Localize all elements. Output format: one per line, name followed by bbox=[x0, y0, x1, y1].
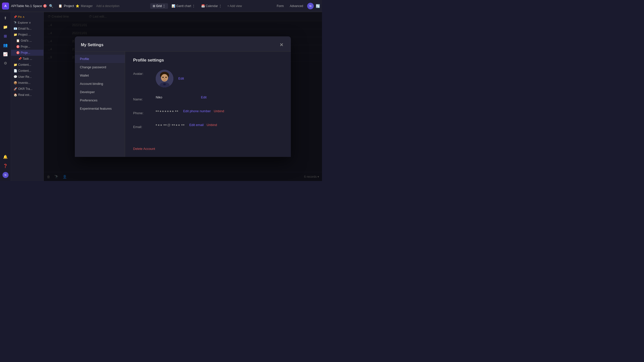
name-edit-button[interactable]: Edit bbox=[201, 95, 206, 99]
view-calendar[interactable]: 📅 Calendar ⋮ bbox=[199, 3, 224, 9]
settings-nav-preferences[interactable]: Preferences bbox=[75, 96, 125, 104]
view-grid[interactable]: ⊞ Grid ⋮ bbox=[150, 3, 168, 9]
nav-item-proje1[interactable]: 🎯 Proje... bbox=[11, 44, 43, 50]
avatar-value-area: Edit bbox=[156, 70, 283, 87]
settings-nav-experimental[interactable]: Experimental features bbox=[75, 104, 125, 113]
search-icon[interactable]: 🔍 bbox=[49, 4, 53, 8]
modal-close-button[interactable]: ✕ bbox=[278, 41, 285, 48]
settings-nav-wallet[interactable]: Wallet bbox=[75, 71, 125, 80]
advanced-button[interactable]: Advanced bbox=[288, 3, 305, 9]
avatar-image bbox=[156, 70, 173, 87]
settings-nav-account-binding[interactable]: Account binding bbox=[75, 80, 125, 88]
settings-content-title: Profile settings bbox=[133, 58, 283, 63]
nav-item-email[interactable]: 📧 Email fu... bbox=[11, 26, 43, 32]
profile-field-avatar: Avatar: bbox=[133, 70, 283, 87]
settings-modal: My Settings ✕ Profile Change password Wa… bbox=[75, 36, 291, 157]
sidebar-icon-notifications[interactable]: 🔔 bbox=[2, 153, 10, 161]
name-actions: Edit bbox=[201, 95, 206, 99]
phone-label: Phone: bbox=[133, 109, 156, 115]
settings-nav-developer[interactable]: Developer bbox=[75, 88, 125, 96]
phone-masked-value: ●●●●●● bbox=[156, 109, 178, 113]
delete-account-button[interactable]: Delete Account bbox=[133, 147, 155, 151]
nav-item-pin[interactable]: 📌 Pin ∧ bbox=[11, 14, 43, 20]
form-button[interactable]: Form bbox=[275, 3, 286, 9]
nav-item-user[interactable]: 💬 User Re... bbox=[11, 74, 43, 80]
topbar: A APITable No.1 Space 🎯 🔍 📋 Project ⭐ Ma… bbox=[0, 0, 322, 12]
add-view-button[interactable]: + Add view bbox=[225, 3, 244, 9]
modal-body: Profile Change password Wallet Account b… bbox=[75, 52, 291, 157]
topbar-left: A APITable No.1 Space 🎯 🔍 bbox=[2, 3, 53, 10]
sidebar-icon-activity[interactable]: 📈 bbox=[2, 50, 10, 58]
name-value-area: Niko Edit bbox=[156, 95, 283, 99]
svg-point-3 bbox=[163, 77, 164, 78]
nav-item-content1[interactable]: 📁 Content... bbox=[11, 62, 43, 68]
avatar-edit-button[interactable]: Edit bbox=[178, 77, 184, 80]
phone-actions: Edit phone number Unbind bbox=[183, 109, 224, 113]
nav-item-content2[interactable]: 📄 Content... bbox=[11, 68, 43, 74]
sidebar-icon-grid[interactable]: ⊞ bbox=[2, 32, 10, 40]
profile-field-phone: Phone: ●●●●●● bbox=[133, 109, 283, 115]
settings-sidebar: Profile Change password Wallet Account b… bbox=[75, 52, 125, 157]
notifications-icon[interactable]: 🔄 bbox=[316, 4, 320, 8]
project-name: Project bbox=[64, 4, 74, 8]
svg-rect-7 bbox=[163, 83, 166, 85]
user-avatar-top[interactable]: N bbox=[307, 3, 314, 9]
settings-content: Profile settings Avatar: bbox=[125, 52, 291, 157]
nav-item-project-folder[interactable]: 📁 Project ... bbox=[11, 32, 43, 38]
nav-item-real[interactable]: 🏠 Real est... bbox=[11, 92, 43, 98]
avatar-label: Avatar: bbox=[133, 70, 156, 76]
sidebar-icon-team[interactable]: 👥 bbox=[2, 41, 10, 49]
main-layout: ⬆ 📁 ⊞ 👥 📈 ⚙ 🔔 ❓ N 📌 Pin ∧ 🔭 Explorer ∨ 📧… bbox=[0, 12, 322, 181]
modal-header: My Settings ✕ bbox=[75, 36, 291, 52]
svg-point-5 bbox=[164, 78, 165, 79]
email-label: Email: bbox=[133, 123, 156, 129]
svg-point-4 bbox=[166, 77, 167, 78]
email-actions: Edit email Unbind bbox=[189, 123, 217, 127]
settings-nav-change-password[interactable]: Change password bbox=[75, 63, 125, 71]
topbar-project: 📋 Project ⭐ Manager Add a description bbox=[58, 4, 120, 8]
sidebar-icons: ⬆ 📁 ⊞ 👥 📈 ⚙ 🔔 ❓ N bbox=[0, 12, 11, 181]
star-icon[interactable]: ⭐ bbox=[76, 4, 79, 8]
profile-field-email: Email: ●● @ bbox=[133, 123, 283, 129]
modal-title: My Settings bbox=[81, 43, 103, 47]
space-title: APITable No.1 Space 🎯 bbox=[11, 4, 47, 8]
email-edit-button[interactable]: Edit email bbox=[189, 123, 204, 127]
sidebar-icon-user[interactable]: N bbox=[2, 171, 10, 179]
phone-edit-button[interactable]: Edit phone number bbox=[183, 109, 211, 113]
name-label: Name: bbox=[133, 95, 156, 101]
sidebar-icon-home[interactable]: ⬆ bbox=[2, 14, 10, 22]
topbar-right: Form Advanced N 🔄 bbox=[275, 3, 320, 9]
phone-unbind-button[interactable]: Unbind bbox=[214, 109, 224, 113]
profile-field-name: Name: Niko Edit bbox=[133, 95, 283, 101]
view-gantt[interactable]: 📊 Gantt chart ⋮ bbox=[169, 3, 197, 9]
topbar-views: ⊞ Grid ⋮ 📊 Gantt chart ⋮ 📅 Calendar ⋮ + … bbox=[150, 3, 244, 9]
content-area: ⏱ Created time ⏱ Last edit... ...42022/1… bbox=[44, 12, 322, 181]
nav-item-inventory[interactable]: 📦 Invento... bbox=[11, 80, 43, 86]
email-value-area: ●● @ ●● bbox=[156, 123, 283, 127]
sidebar-icon-help[interactable]: ❓ bbox=[2, 162, 10, 170]
name-value: Niko bbox=[156, 95, 196, 99]
project-icon: 📋 bbox=[58, 4, 62, 8]
settings-nav-profile[interactable]: Profile bbox=[75, 55, 125, 63]
project-description[interactable]: Add a description bbox=[96, 4, 120, 8]
nav-item-explorer[interactable]: 🔭 Explorer ∨ bbox=[11, 20, 43, 26]
phone-value-area: ●●●●●● Edit phone number Unbind bbox=[156, 109, 283, 113]
nav-item-proje2[interactable]: 🎯 Proje... bbox=[11, 50, 43, 56]
nav-item-okr[interactable]: 🚀 OKR Tra... bbox=[11, 86, 43, 92]
sidebar-icon-settings[interactable]: ⚙ bbox=[2, 59, 10, 67]
avatar-actions: Edit bbox=[178, 77, 184, 80]
modal-overlay: My Settings ✕ Profile Change password Wa… bbox=[44, 12, 322, 181]
app-logo: A bbox=[2, 3, 9, 10]
nav-sidebar: 📌 Pin ∧ 🔭 Explorer ∨ 📧 Email fu... 📁 Pro… bbox=[11, 12, 44, 181]
sidebar-icon-explorer[interactable]: 📁 bbox=[2, 23, 10, 31]
email-unbind-button[interactable]: Unbind bbox=[207, 123, 217, 127]
email-masked-value: ●● @ ●● bbox=[156, 123, 184, 127]
nav-item-task[interactable]: 📌 Task ... bbox=[11, 56, 43, 62]
nav-item-grid[interactable]: 📋 Grid's ... bbox=[11, 38, 43, 44]
manager-badge: Manager bbox=[81, 4, 93, 8]
